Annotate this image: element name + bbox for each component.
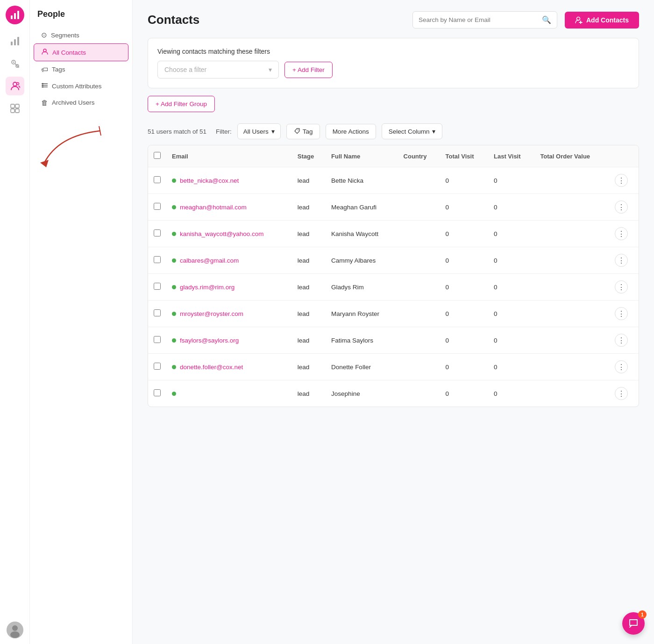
row-action-menu-button[interactable]: ⋮ — [615, 254, 628, 267]
email-link[interactable]: mroyster@royster.com — [180, 310, 243, 317]
custom-attrs-nav-icon — [41, 82, 48, 90]
chevron-down-icon: ▾ — [269, 66, 272, 73]
row-full-name: Bette Nicka — [326, 167, 398, 194]
row-total-visit: 0 — [440, 380, 488, 407]
row-checkbox-cell — [148, 354, 166, 380]
app-logo[interactable] — [6, 6, 24, 24]
chevron-down-icon-col: ▾ — [432, 128, 435, 135]
row-last-visit: 0 — [488, 274, 534, 301]
svg-point-31 — [298, 129, 299, 130]
sidebar-item-label-all-contacts: All Contacts — [52, 49, 86, 56]
row-checkbox-1[interactable] — [154, 203, 161, 210]
row-total-visit: 0 — [440, 327, 488, 354]
add-filter-label: + Add Filter — [292, 66, 325, 73]
row-action-menu-button[interactable]: ⋮ — [615, 387, 628, 400]
row-checkbox-6[interactable] — [154, 336, 161, 343]
filter-dropdown[interactable]: Choose a filter ▾ — [157, 61, 279, 79]
row-action-menu-button[interactable]: ⋮ — [615, 307, 628, 320]
row-checkbox-3[interactable] — [154, 256, 161, 263]
row-checkbox-4[interactable] — [154, 283, 161, 290]
svg-rect-4 — [14, 39, 16, 45]
email-link[interactable]: fsaylors@saylors.org — [180, 337, 239, 344]
row-checkbox-5[interactable] — [154, 309, 161, 316]
row-last-visit: 0 — [488, 167, 534, 194]
row-action-menu-button[interactable]: ⋮ — [615, 200, 628, 214]
svg-point-17 — [12, 625, 18, 631]
reports-icon[interactable] — [6, 32, 24, 50]
sidebar-item-label-tags: Tags — [52, 66, 65, 73]
select-all-checkbox[interactable] — [154, 152, 161, 159]
row-checkbox-8[interactable] — [154, 389, 161, 396]
filter-users-dropdown[interactable]: All Users ▾ — [237, 123, 281, 139]
row-country — [398, 194, 440, 221]
svg-rect-15 — [15, 109, 19, 113]
row-total-visit: 0 — [440, 194, 488, 221]
status-dot — [172, 179, 176, 183]
more-actions-label: More Actions — [333, 128, 369, 135]
email-link[interactable]: donette.foller@cox.net — [180, 364, 243, 371]
row-checkbox-2[interactable] — [154, 229, 161, 236]
email-link[interactable]: meaghan@hotmail.com — [180, 204, 247, 211]
search-icon: 🔍 — [542, 15, 551, 24]
page-title: Contacts — [148, 13, 199, 27]
add-contacts-button[interactable]: Add Contacts — [565, 12, 639, 29]
row-action-cell: ⋮ — [609, 247, 639, 274]
table-row: calbares@gmail.com lead Cammy Albares 0 … — [148, 247, 639, 274]
row-total-visit: 0 — [440, 167, 488, 194]
users-count: 51 users match of 51 — [148, 128, 206, 135]
row-checkbox-cell — [148, 167, 166, 194]
svg-rect-1 — [14, 13, 16, 19]
row-checkbox-7[interactable] — [154, 363, 161, 370]
row-action-cell: ⋮ — [609, 380, 639, 407]
row-action-menu-button[interactable]: ⋮ — [615, 360, 628, 373]
add-filter-group-button[interactable]: + Add Filter Group — [148, 96, 215, 112]
sidebar-item-custom-attributes[interactable]: Custom Attributes — [34, 78, 128, 94]
email-link[interactable]: kanisha_waycott@yahoo.com — [180, 230, 264, 237]
email-link[interactable]: gladys.rim@rim.org — [180, 284, 235, 291]
row-last-visit: 0 — [488, 380, 534, 407]
row-last-visit: 0 — [488, 194, 534, 221]
row-stage: lead — [292, 327, 326, 354]
tags-nav-icon: 🏷 — [41, 65, 48, 73]
sidebar-item-segments[interactable]: ⊙ Segments — [34, 27, 128, 43]
email-link[interactable]: calbares@gmail.com — [180, 257, 239, 264]
row-action-menu-button[interactable]: ⋮ — [615, 280, 628, 293]
select-column-button[interactable]: Select Column ▾ — [382, 123, 443, 139]
viewing-label: Viewing contacts matching these filters — [157, 48, 270, 55]
row-checkbox-0[interactable] — [154, 176, 161, 183]
col-country: Country — [398, 145, 440, 167]
more-actions-button[interactable]: More Actions — [326, 124, 376, 139]
row-action-cell: ⋮ — [609, 274, 639, 301]
icon-rail — [0, 0, 30, 644]
filter-placeholder: Choose a filter — [164, 66, 206, 73]
search-input[interactable] — [419, 16, 538, 23]
sidebar-item-tags[interactable]: 🏷 Tags — [34, 61, 128, 78]
row-action-menu-button[interactable]: ⋮ — [615, 334, 628, 347]
row-email: kanisha_waycott@yahoo.com — [166, 221, 292, 247]
segments-icon[interactable] — [6, 54, 24, 73]
row-last-visit: 0 — [488, 301, 534, 327]
row-action-menu-button[interactable]: ⋮ — [615, 227, 628, 240]
row-stage: lead — [292, 167, 326, 194]
contacts-icon[interactable] — [6, 77, 24, 95]
status-dot — [172, 258, 176, 263]
user-avatar[interactable] — [7, 622, 23, 638]
chat-widget[interactable]: 1 — [622, 612, 645, 635]
segments-nav-icon: ⊙ — [41, 31, 47, 39]
row-stage: lead — [292, 354, 326, 380]
sidebar-item-archived-users[interactable]: 🗑 Archived Users — [34, 94, 128, 111]
row-stage: lead — [292, 247, 326, 274]
email-link[interactable]: bette_nicka@cox.net — [180, 177, 239, 184]
integrations-icon[interactable] — [6, 99, 24, 118]
filter-select-row: Choose a filter ▾ + Add Filter — [157, 61, 629, 79]
add-filter-button[interactable]: + Add Filter — [284, 62, 333, 78]
chevron-down-icon-filter: ▾ — [271, 128, 275, 135]
tag-button[interactable]: Tag — [286, 124, 320, 139]
row-action-menu-button[interactable]: ⋮ — [615, 174, 628, 187]
col-full-name: Full Name — [326, 145, 398, 167]
row-checkbox-cell — [148, 327, 166, 354]
sidebar-item-all-contacts[interactable]: All Contacts — [34, 43, 128, 61]
sidebar-title: People — [30, 9, 132, 27]
table-row: gladys.rim@rim.org lead Gladys Rim 0 0 ⋮ — [148, 274, 639, 301]
search-box-header[interactable]: 🔍 — [412, 11, 557, 29]
